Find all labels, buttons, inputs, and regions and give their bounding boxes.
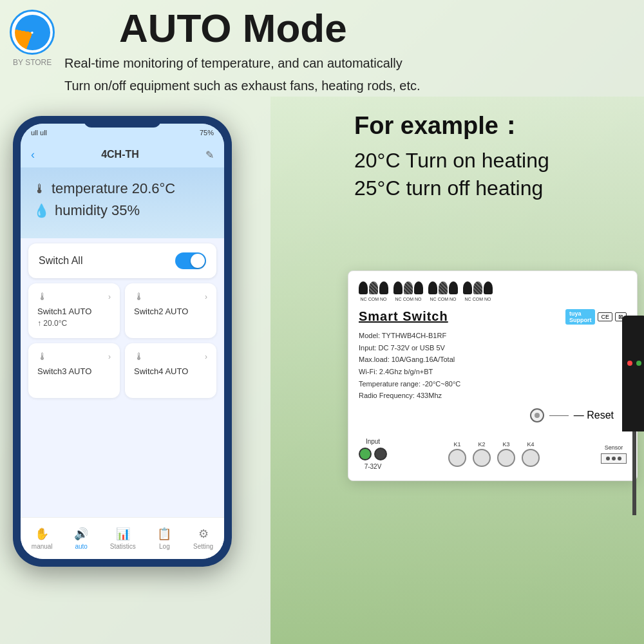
terminal-nc-3 [428,281,437,294]
label-nc-1: NC [361,297,367,301]
k1-label: K1 [453,441,460,448]
setting-label: Setting [193,543,213,550]
k3-label: K3 [502,441,509,448]
switch1-temp: ↑ 20.0°C [37,319,111,328]
terminal-set-1: NC COM NO [359,281,388,301]
label-com-1: COM [368,297,379,301]
switch4-header: 🌡 › [134,351,207,363]
k1-circle [448,449,466,467]
label-no-1: NO [380,297,387,301]
nav-log[interactable]: 📋 Log [157,527,171,550]
device-title-row: Smart Switch tuyaSupport CE ⊠ [359,309,627,325]
chevron-right-icon: › [108,352,111,361]
switch2-card[interactable]: 🌡 › Switch2 AUTO [125,283,216,338]
label-no-3: NO [450,297,457,301]
header-area: ● AUTO Mode Real-time monitoring of temp… [6,6,638,95]
switch2-label: Switch2 AUTO [134,307,207,316]
chevron-right-icon: › [205,292,207,301]
k-buttons: K1 K2 K3 K4 [448,441,540,467]
phone-body: ull ull 75% ‹ 4CH-TH ✎ 🌡 temperature 20.… [13,116,232,567]
nav-auto[interactable]: 🔊 auto [74,527,88,550]
k2-button[interactable]: K2 [473,441,491,467]
label-nc-2: NC [395,297,402,301]
switch-all-label: Switch All [39,255,82,267]
terminal-nc-4 [463,281,472,294]
k2-label: K2 [478,441,485,448]
device-card: NC COM NO NC COM NO [348,270,638,481]
nav-manual[interactable]: ✋ manual [32,527,53,550]
signal-strength: ull ull [31,129,47,137]
humidity-row: 💧 humidity 35% [33,202,211,219]
switch1-card[interactable]: 🌡 › Switch1 AUTO ↑ 20.0°C [28,283,120,338]
page-title: AUTO Mode [119,6,638,50]
switch4-icon: 🌡 [134,351,144,363]
switch1-icon: 🌡 [37,291,48,303]
switch-all-toggle[interactable] [175,252,206,269]
terminal-com-3 [439,281,448,294]
nav-statistics[interactable]: 📊 Statistics [110,527,136,550]
label-com-4: COM [473,297,483,301]
phone-mockup: ull ull 75% ‹ 4CH-TH ✎ 🌡 temperature 20.… [13,116,245,599]
input-label: Input [366,438,380,445]
phone-notch [84,116,161,128]
nav-setting[interactable]: ⚙ Setting [193,527,213,550]
log-icon: 📋 [157,527,171,541]
terminal-set-4: NC COM NO [463,281,493,301]
example-line2: 25°C turn off heating [354,176,631,200]
k4-circle [522,449,540,467]
k4-button[interactable]: K4 [522,441,540,467]
switch3-card[interactable]: 🌡 › Switch3 AUTO [28,343,120,398]
switch3-label: Switch3 AUTO [37,366,111,376]
device-bottom: Input 7-32V K1 K2 K3 K4 [359,431,627,470]
spec-model: Model: TYTHWB4CH-B1RF [359,330,627,342]
voltage-label: 7-32V [365,463,382,470]
terminal-dots-4 [463,281,493,294]
k1-button[interactable]: K1 [448,441,466,467]
probe-stem [632,431,636,515]
sensor-probe [615,316,644,515]
thermometer-icon: 🌡 [33,182,46,196]
switch3-header: 🌡 › [37,351,111,363]
manual-label: manual [32,543,53,550]
switch3-icon: 🌡 [37,351,48,363]
example-line1: 20°C Turn on heating [354,149,631,173]
reset-row: — Reset [359,408,627,422]
terminal-com-4 [473,281,482,294]
phone-screen: ull ull 75% ‹ 4CH-TH ✎ 🌡 temperature 20.… [21,124,224,559]
switch1-label: Switch1 AUTO [37,307,111,316]
battery-display: 75% [200,129,214,137]
sensor-dot-1 [606,457,610,460]
k3-circle [497,449,515,467]
device-specs: Model: TYTHWB4CH-B1RF Input: DC 7-32V or… [359,330,627,402]
reset-button[interactable] [530,408,544,422]
k2-circle [473,449,491,467]
spec-wifi: Wi-Fi: 2.4Ghz b/g/n+BT [359,366,627,378]
input-circle-2 [374,448,387,460]
terminal-nc-2 [393,281,402,294]
logo-text: ● [31,30,34,35]
device-name: Smart Switch [359,309,448,324]
switch4-card[interactable]: 🌡 › Switch4 AUTO [125,343,216,398]
reset-button-inner [535,413,540,418]
app-header: ‹ 4CH-TH ✎ [21,142,224,167]
back-button[interactable]: ‹ [31,148,35,162]
bottom-nav: ✋ manual 🔊 auto 📊 Statistics 📋 Log ⚙ [21,517,224,559]
terminal-no-2 [414,281,423,294]
humidity-icon: 💧 [33,203,50,218]
edit-button[interactable]: ✎ [205,149,214,161]
example-title: For example： [354,109,631,142]
switch-grid: 🌡 › Switch1 AUTO ↑ 20.0°C 🌡 › Switch2 AU… [28,283,216,398]
probe-dots [622,316,644,366]
switch1-header: 🌡 › [37,291,111,303]
sensor-display: 🌡 temperature 20.6°C 💧 humidity 35% [21,167,224,238]
terminal-com-1 [369,281,378,294]
logo-inner: ● [15,15,50,50]
battery-value: 75 [200,129,207,137]
manual-icon: ✋ [35,527,49,541]
switch4-label: Switch4 AUTO [134,366,207,376]
k3-button[interactable]: K3 [497,441,515,467]
probe-dot-green [636,361,641,366]
probe-body [622,316,644,431]
chevron-right-icon: › [205,352,207,361]
statistics-label: Statistics [110,543,136,550]
